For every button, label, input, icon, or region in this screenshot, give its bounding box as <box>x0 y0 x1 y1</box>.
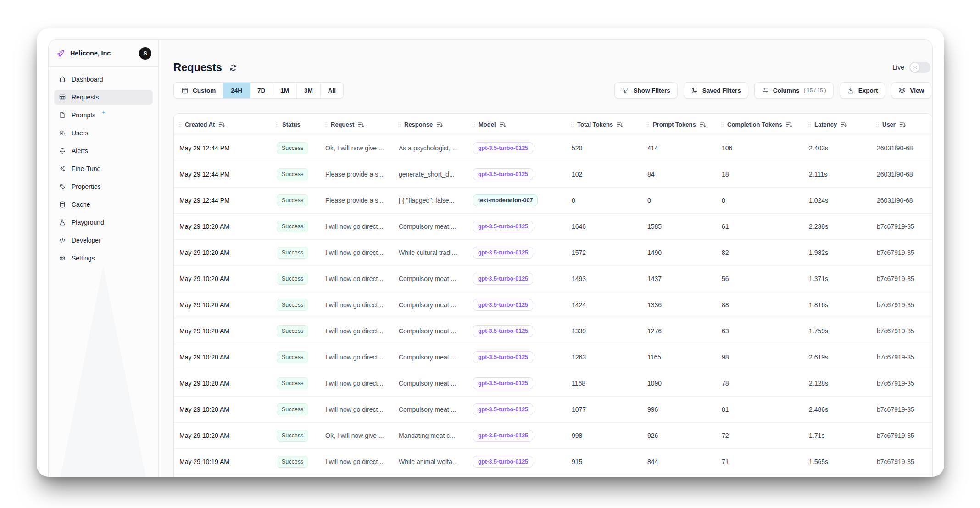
asterisk-icon <box>913 65 918 70</box>
cell-latency: 1.565s <box>803 458 871 465</box>
table-row[interactable]: May 29 10:20 AM Success I will now go di… <box>174 397 932 423</box>
cell-created-at: May 29 12:44 PM <box>174 144 271 152</box>
status-badge: Success <box>277 273 308 285</box>
table-row[interactable]: May 29 10:20 AM Success I will now go di… <box>174 214 932 240</box>
time-range-1m-button[interactable]: 1M <box>273 83 296 98</box>
sidebar-item-developer[interactable]: Developer <box>54 233 153 248</box>
sidebar-item-fine-tune[interactable]: Fine-Tune <box>54 161 153 176</box>
cell-total-tokens: 1493 <box>566 275 642 282</box>
beaker-icon <box>58 219 66 226</box>
view-button[interactable]: View <box>891 82 931 99</box>
table-row[interactable]: May 29 10:20 AM Success I will now go di… <box>174 318 932 344</box>
cell-total-tokens: 1572 <box>566 249 642 256</box>
table-row[interactable]: May 29 10:19 AM Success I will now go di… <box>174 449 932 475</box>
sidebar-item-label: Requests <box>72 94 99 101</box>
sidebar-item-requests[interactable]: Requests <box>54 90 153 105</box>
status-badge: Success <box>277 351 308 363</box>
org-header[interactable]: Helicone, Inc S <box>49 40 158 66</box>
columns-button[interactable]: Columns ( 15 / 15 ) <box>754 82 834 99</box>
table-row[interactable]: May 29 10:20 AM Success I will now go di… <box>174 266 932 292</box>
sidebar-item-prompts[interactable]: Prompts ✦ <box>54 108 153 122</box>
live-toggle[interactable] <box>909 62 930 73</box>
refresh-button[interactable] <box>229 63 238 72</box>
cell-created-at: May 29 10:20 AM <box>174 353 271 361</box>
table-row[interactable]: May 29 10:20 AM Success I will now go di… <box>174 292 932 318</box>
cell-response: Mandating meat c... <box>393 432 468 439</box>
cell-request: I will now go direct... <box>320 327 393 335</box>
sort-icon[interactable] <box>436 121 443 128</box>
drag-handle-icon[interactable] <box>324 121 328 127</box>
cell-request: I will now go direct... <box>320 249 393 256</box>
table-row[interactable]: May 29 10:20 AM Success Ok, I will now g… <box>174 423 932 449</box>
table-row[interactable]: May 29 12:44 PM Success Please provide a… <box>174 161 932 188</box>
cell-latency: 2.403s <box>803 144 871 152</box>
column-header-status[interactable]: Status <box>271 121 320 128</box>
app-window: Helicone, Inc S Dashboard Requests Promp… <box>37 28 944 477</box>
sort-icon[interactable] <box>616 121 624 128</box>
cell-status: Success <box>271 325 320 337</box>
drag-handle-icon[interactable] <box>571 121 574 127</box>
export-button[interactable]: Export <box>840 82 885 99</box>
sidebar-item-label: Cache <box>72 201 90 208</box>
sort-icon[interactable] <box>499 121 507 128</box>
sort-icon[interactable] <box>899 121 906 128</box>
time-range-24h-button[interactable]: 24H <box>223 83 250 98</box>
drag-handle-icon[interactable] <box>178 121 182 127</box>
table-row[interactable]: May 29 12:44 PM Success Please provide a… <box>174 188 932 214</box>
column-header-user[interactable]: User <box>871 121 932 128</box>
sidebar-item-alerts[interactable]: Alerts <box>54 144 153 158</box>
sort-icon[interactable] <box>785 121 793 128</box>
drag-handle-icon[interactable] <box>721 121 724 127</box>
sidebar-item-playground[interactable]: Playground <box>54 215 153 230</box>
cell-model: gpt-3.5-turbo-0125 <box>468 247 566 259</box>
cell-response: While cultural tradi... <box>393 249 468 256</box>
cell-request: I will now go direct... <box>320 458 393 465</box>
drag-handle-icon[interactable] <box>398 121 401 127</box>
sidebar-item-settings[interactable]: Settings <box>54 251 153 265</box>
column-header-request[interactable]: Request <box>320 121 393 128</box>
status-badge: Success <box>277 247 308 259</box>
show-filters-button[interactable]: Show Filters <box>614 82 677 99</box>
columns-count: ( 15 / 15 ) <box>803 88 826 93</box>
column-header-completion-tokens[interactable]: Completion Tokens <box>716 121 803 128</box>
column-header-model[interactable]: Model <box>468 121 566 128</box>
sidebar-item-label: Users <box>72 129 89 137</box>
sort-icon[interactable] <box>699 121 707 128</box>
drag-handle-icon[interactable] <box>876 121 879 127</box>
column-header-total-tokens[interactable]: Total Tokens <box>566 121 642 128</box>
cell-created-at: May 29 10:20 AM <box>174 249 271 256</box>
sort-icon[interactable] <box>357 121 365 128</box>
saved-filters-button[interactable]: Saved Filters <box>684 82 748 99</box>
drag-handle-icon[interactable] <box>472 121 475 127</box>
users-icon <box>58 129 66 137</box>
home-icon <box>58 76 66 83</box>
document-icon <box>58 111 66 119</box>
drag-handle-icon[interactable] <box>276 121 279 127</box>
sidebar-nav: Dashboard Requests Prompts ✦ Users <box>49 67 158 271</box>
sort-icon[interactable] <box>840 121 847 128</box>
cell-completion-tokens: 18 <box>716 171 803 178</box>
avatar[interactable]: S <box>139 47 151 60</box>
table-row[interactable]: May 29 12:44 PM Success Ok, I will now g… <box>174 135 932 161</box>
sidebar-item-cache[interactable]: Cache <box>54 197 153 212</box>
time-range-3m-button[interactable]: 3M <box>296 83 320 98</box>
sort-icon[interactable] <box>218 121 225 128</box>
column-header-prompt-tokens[interactable]: Prompt Tokens <box>642 121 716 128</box>
column-header-response[interactable]: Response <box>393 121 468 128</box>
sidebar-item-properties[interactable]: Properties <box>54 179 153 194</box>
cell-total-tokens: 1646 <box>566 223 642 230</box>
drag-handle-icon[interactable] <box>808 121 811 127</box>
sidebar-item-dashboard[interactable]: Dashboard <box>54 72 153 87</box>
time-range-7d-button[interactable]: 7D <box>250 83 273 98</box>
cell-total-tokens: 0 <box>566 197 642 204</box>
model-badge: gpt-3.5-turbo-0125 <box>473 403 533 415</box>
table-row[interactable]: May 29 10:20 AM Success I will now go di… <box>174 240 932 266</box>
time-range-all-button[interactable]: All <box>320 83 343 98</box>
time-range-custom-button[interactable]: Custom <box>174 83 223 98</box>
column-header-created-at[interactable]: Created At <box>174 121 271 128</box>
sidebar-item-users[interactable]: Users <box>54 126 153 140</box>
drag-handle-icon[interactable] <box>646 121 650 127</box>
column-header-latency[interactable]: Latency <box>803 121 871 128</box>
table-row[interactable]: May 29 10:20 AM Success I will now go di… <box>174 370 932 397</box>
table-row[interactable]: May 29 10:20 AM Success I will now go di… <box>174 344 932 370</box>
